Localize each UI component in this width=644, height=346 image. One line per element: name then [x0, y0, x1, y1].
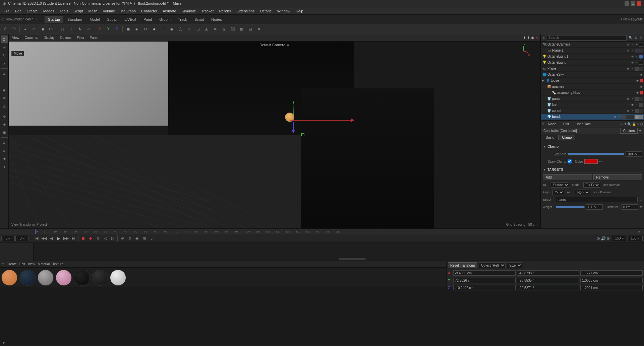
object-row-beads[interactable]: 💎 beads ◉ ✓ — [541, 114, 644, 120]
axis-y[interactable]: Y — [104, 25, 112, 33]
object-row-plane[interactable]: ▭ Plane ◉ ✓ — [541, 66, 644, 72]
coord-z-size[interactable]: 1.2021 cm — [580, 285, 643, 290]
prev-key-button[interactable]: ◁ — [102, 235, 109, 241]
left-tool-move[interactable]: ✛ — [1, 44, 8, 51]
mat-menu-create[interactable]: Create — [7, 262, 17, 266]
tool-snap[interactable]: ◈ — [133, 25, 141, 33]
auto-key-button[interactable]: ◆ — [87, 235, 94, 241]
corset-chk[interactable]: ✓ — [630, 109, 634, 113]
tl-icon-1[interactable]: ⊙ — [597, 236, 600, 241]
material-item-2[interactable] — [19, 270, 36, 286]
knit-vis[interactable]: ◉ — [630, 103, 634, 107]
tool-14[interactable]: ◎ — [220, 25, 228, 33]
section-expand-icon[interactable]: ▼ — [543, 145, 546, 148]
object-row-plane1[interactable]: ▭ Plane.1 ◉ ✓ — [541, 48, 644, 54]
props-tab-userdata[interactable]: User Data — [573, 122, 593, 127]
ol-vis[interactable]: ◉ — [630, 61, 634, 65]
left-tool-rotate[interactable]: ↻ — [1, 52, 8, 59]
menu-volume[interactable]: Volume — [100, 8, 117, 14]
obj-check-btn-2[interactable]: ✓ — [630, 49, 634, 53]
unamed-vis[interactable]: ◉ — [639, 85, 643, 89]
props-tab-edit[interactable]: Edit — [561, 122, 572, 127]
go-start-button[interactable]: |◀ — [33, 235, 40, 241]
mat-menu-icon[interactable]: ≡ — [2, 262, 4, 266]
obj-lock-btn[interactable]: ◈ — [635, 43, 639, 47]
left-tool-5[interactable]: ◈ — [1, 70, 8, 77]
tool-7[interactable]: ⬡ — [159, 25, 167, 33]
left-tool-12[interactable]: ▣ — [1, 129, 8, 136]
targets-expand-icon[interactable]: ▼ — [543, 168, 546, 171]
left-tool-9[interactable]: ◬ — [1, 102, 8, 110]
coord-z-pos[interactable]: -10.2492 cm — [453, 285, 516, 290]
left-tool-16[interactable]: ✦ — [1, 163, 8, 170]
tab-paint[interactable]: Paint — [140, 16, 155, 23]
play-reverse-button[interactable]: ◀ — [48, 235, 55, 241]
mat-menu-view[interactable]: View — [28, 262, 35, 266]
vp-menu-display[interactable]: Display — [42, 35, 56, 40]
left-tool-8[interactable]: ⊕ — [1, 94, 8, 101]
object-row-unamed[interactable]: 📦 unamed ◉ — [541, 84, 644, 90]
distance-icon[interactable]: ⊕ — [640, 205, 642, 209]
menu-animate[interactable]: Animate — [160, 8, 178, 14]
viewport[interactable]: View Cameras Display Options Filter Pane… — [9, 34, 540, 228]
end-time-input2[interactable] — [628, 236, 643, 241]
vp-menu-cameras[interactable]: Cameras — [23, 35, 40, 40]
left-tool-11[interactable]: ⊗ — [1, 121, 8, 128]
search-icon[interactable]: 🔍 — [629, 36, 633, 40]
material-item-5[interactable] — [74, 270, 90, 286]
left-tool-15[interactable]: ✚ — [1, 155, 8, 162]
tab-groom[interactable]: Groom — [156, 16, 174, 23]
left-tool-13[interactable]: ≡ — [1, 139, 8, 146]
menu-script[interactable]: Script — [71, 8, 85, 14]
menu-octane[interactable]: Octane — [257, 8, 274, 14]
pants-chk[interactable]: ✓ — [630, 97, 634, 101]
tab-sculpt[interactable]: Sculpt — [104, 16, 121, 23]
color-swatch[interactable] — [584, 159, 598, 164]
current-frame-input[interactable] — [1, 236, 15, 241]
menu-mograph[interactable]: MoGraph — [118, 8, 138, 14]
pants-vis[interactable]: ◉ — [626, 97, 630, 101]
vp-icon-1[interactable]: ⬆ — [523, 36, 526, 40]
target-pick-icon[interactable]: ⊕ — [640, 198, 642, 202]
object-row-corset[interactable]: 👕 corset ◉ ✓ — [541, 108, 644, 114]
strength-value[interactable]: 100 % — [626, 151, 642, 157]
key-button[interactable]: ⊕ — [95, 235, 101, 241]
tool-8[interactable]: ◉ — [168, 25, 176, 33]
filter-icon[interactable]: ⚙ — [635, 36, 638, 40]
props-more-icon[interactable]: ⊞ — [637, 122, 639, 126]
tool-5[interactable]: ⊡ — [141, 25, 150, 33]
align-dropdown[interactable]: Y+ — [552, 190, 564, 195]
axis-z[interactable]: Z — [113, 25, 121, 33]
mode-poly[interactable]: ◼ — [39, 25, 47, 33]
tool-13[interactable]: ⊕ — [211, 25, 219, 33]
left-tool-14[interactable]: ≡ — [1, 147, 8, 154]
coord-y-pos[interactable]: 72.2826 cm — [453, 278, 516, 283]
menu-simulate[interactable]: Simulate — [179, 8, 198, 14]
tab-standard[interactable]: Standard — [64, 16, 86, 23]
close-button[interactable]: × — [637, 1, 641, 6]
layout-icon[interactable]: ⊞ — [640, 36, 642, 40]
tool-11[interactable]: ◫ — [194, 25, 202, 33]
remove-button[interactable]: Remove — [593, 174, 643, 180]
left-tool-scale[interactable]: ⤢ — [1, 60, 8, 67]
tpose-expand[interactable]: ▶ — [542, 79, 544, 82]
menu-tracker[interactable]: Tracker — [199, 8, 216, 14]
coord-x-pos[interactable]: -9.4956 cm — [453, 270, 516, 276]
tool-15[interactable]: ⬛ — [229, 25, 237, 33]
menu-character[interactable]: Character — [139, 8, 160, 14]
coord-x-size[interactable]: 1.1777 cm — [580, 270, 643, 276]
minimize-button[interactable]: – — [625, 1, 629, 6]
object-row-tpose[interactable]: ▶ 👤 tpose ◉ — [541, 78, 644, 84]
props-up-icon[interactable]: ⬆ — [624, 122, 627, 126]
vp-icon-3[interactable]: ◉ — [531, 36, 534, 40]
reset-transform-button[interactable]: Reset Transform — [448, 262, 477, 268]
motion-btn-3[interactable]: ◉ — [134, 235, 140, 241]
move-tool[interactable]: ✛ — [67, 25, 75, 33]
p-chk[interactable]: ✓ — [630, 67, 634, 71]
as-dropdown[interactable]: None — [575, 190, 590, 195]
beads-vis[interactable]: ◉ — [613, 115, 617, 119]
object-row-knit[interactable]: 👕 knit ◉ ✓ — [541, 102, 644, 108]
target-value[interactable]: pants — [556, 197, 638, 202]
prev-frame-button[interactable]: ◀◀ — [41, 235, 47, 241]
tl-icon-3[interactable]: ⊕ — [606, 236, 610, 241]
